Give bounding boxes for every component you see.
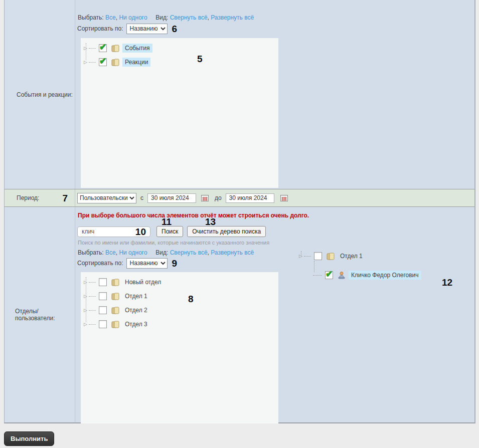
- departments-sort-select[interactable]: Названию: [126, 258, 168, 269]
- sort-label: Сортировать по:: [77, 25, 123, 32]
- tree-node-label[interactable]: Отдел 1: [122, 292, 150, 301]
- events-reactions-label: События и реакции:: [17, 91, 73, 98]
- events-sort-select[interactable]: Названию: [126, 24, 168, 34]
- select-none-link[interactable]: Ни одного: [119, 249, 147, 256]
- comma: ,: [116, 14, 117, 21]
- to-label: до: [215, 194, 222, 201]
- collapse-all-link[interactable]: Свернуть всё: [170, 249, 208, 256]
- folder-icon: [327, 253, 335, 260]
- callout-10: 10: [135, 227, 146, 237]
- department-2-checkbox[interactable]: [99, 306, 107, 314]
- tree-row-department-3: ▷ Отдел 3: [81, 317, 278, 331]
- search-wrap: 10: [77, 227, 150, 237]
- tree-row-department-1: ▷ Отдел 1: [81, 289, 278, 303]
- departments-content: При выборе большого числа элементов отчё…: [75, 207, 474, 422]
- select-all-link[interactable]: Все: [105, 249, 116, 256]
- events-checkbox[interactable]: [99, 44, 107, 52]
- footer: Выполнить: [4, 431, 54, 446]
- reactions-checkbox[interactable]: [99, 58, 107, 66]
- search-result-tree: ▷ Отдел 1 Кличко Федор Олегович: [299, 250, 464, 281]
- tree-node-label[interactable]: Новый отдел: [122, 278, 164, 287]
- result-department-1-checkbox[interactable]: [314, 252, 322, 260]
- period-mode-select[interactable]: Пользовательский: [77, 193, 136, 203]
- person-icon: [338, 271, 346, 279]
- period-row: Период: 7 Пользовательский с до: [5, 189, 474, 207]
- search-button[interactable]: Поиск: [156, 226, 183, 237]
- select-none-link[interactable]: Ни одного: [119, 14, 147, 21]
- callout-9: 9: [172, 259, 178, 268]
- tree-row-new-department: ▷ Новый отдел: [81, 275, 278, 289]
- report-settings-form: События и реакции: Выбрать: Все, Ни одно…: [4, 0, 475, 423]
- tree-node-label[interactable]: Отдел 2: [122, 306, 150, 315]
- expand-all-link[interactable]: Развернуть всё: [211, 14, 254, 21]
- callout-11: 11: [162, 217, 172, 227]
- tree-connector: [313, 275, 322, 276]
- departments-label-cell: Отделы/пользователи:: [5, 207, 75, 422]
- new-department-checkbox[interactable]: [99, 278, 107, 286]
- folder-icon: [111, 59, 119, 66]
- tree-connector: [89, 282, 96, 283]
- tree-node-label[interactable]: События: [122, 44, 152, 53]
- folder-icon: [111, 293, 119, 300]
- tree-node-label[interactable]: Реакции: [122, 58, 150, 67]
- tree-connector: [89, 324, 96, 325]
- long-report-warning: При выборе большого числа элементов отчё…: [78, 212, 474, 219]
- tree-connector: [89, 310, 96, 311]
- execute-button[interactable]: Выполнить: [4, 431, 54, 446]
- expander-icon[interactable]: ▷: [84, 280, 89, 285]
- select-label: Выбрать:: [78, 249, 104, 256]
- period-label-cell: Период: 7: [5, 189, 75, 206]
- expand-all-link[interactable]: Развернуть всё: [211, 249, 254, 256]
- events-reactions-row: События и реакции: Выбрать: Все, Ни одно…: [5, 0, 474, 189]
- comma: ,: [208, 249, 209, 256]
- search-hint: Поиск по имени или фамилии, которые начи…: [78, 240, 474, 246]
- folder-icon: [111, 279, 119, 286]
- events-toolbar: Выбрать: Все, Ни одного Вид: Свернуть вс…: [78, 14, 474, 21]
- user-checkbox[interactable]: [325, 271, 333, 279]
- folder-icon: [111, 307, 119, 314]
- tree-connector: [304, 256, 311, 257]
- events-tree-box: ▷ События ▷ Реакции 5: [81, 38, 278, 188]
- callout-7: 7: [62, 193, 68, 203]
- department-3-checkbox[interactable]: [99, 320, 107, 328]
- tree-connector: [301, 251, 301, 256]
- from-label: с: [140, 194, 143, 201]
- result-tree-row-department-1: ▷ Отдел 1: [299, 250, 464, 262]
- clear-search-tree-button[interactable]: Очистить дерево поиска: [187, 226, 266, 237]
- events-reactions-label-cell: События и реакции:: [5, 0, 75, 189]
- calendar-from-button[interactable]: [201, 194, 209, 201]
- expander-icon[interactable]: ▷: [84, 294, 89, 299]
- calendar-icon: [201, 194, 209, 201]
- tree-node-label[interactable]: Отдел 1: [338, 252, 365, 261]
- select-all-link[interactable]: Все: [105, 14, 116, 21]
- tree-connector: [89, 296, 96, 297]
- collapse-all-link[interactable]: Свернуть всё: [170, 14, 208, 21]
- select-label: Выбрать:: [78, 14, 104, 21]
- events-sort-line: Сортировать по: Названию 6: [77, 23, 474, 34]
- folder-icon: [111, 321, 119, 328]
- callout-6: 6: [172, 24, 178, 34]
- tree-node-label[interactable]: Отдел 3: [122, 320, 150, 329]
- departments-tree-box: ▷ Новый отдел ▷ Отдел 1 ▷: [81, 272, 278, 423]
- department-1-checkbox[interactable]: [99, 292, 107, 300]
- calendar-to-button[interactable]: [280, 194, 288, 201]
- view-label: Вид:: [155, 14, 168, 21]
- tree-node-label[interactable]: Кличко Федор Олегович: [349, 271, 421, 280]
- expander-icon[interactable]: ▷: [84, 46, 89, 51]
- view-label: Вид:: [155, 249, 168, 256]
- expander-icon[interactable]: ▷: [84, 60, 89, 65]
- date-from-input[interactable]: [147, 193, 196, 203]
- expander-icon[interactable]: ▷: [84, 308, 89, 313]
- date-to-input[interactable]: [226, 193, 274, 203]
- tree-row-events: ▷ События: [81, 41, 278, 55]
- tree-connector: [89, 48, 96, 49]
- tree-row-reactions: ▷ Реакции: [81, 55, 278, 69]
- events-reactions-content: Выбрать: Все, Ни одного Вид: Свернуть вс…: [75, 0, 474, 189]
- expander-icon[interactable]: ▷: [84, 322, 89, 327]
- callout-5: 5: [197, 54, 203, 64]
- calendar-icon: [280, 194, 288, 201]
- departments-users-row: Отделы/пользователи: При выборе большого…: [5, 207, 474, 422]
- expander-icon[interactable]: ▷: [299, 254, 304, 259]
- period-content: Пользовательский с до: [75, 189, 474, 206]
- callout-12: 12: [442, 278, 452, 287]
